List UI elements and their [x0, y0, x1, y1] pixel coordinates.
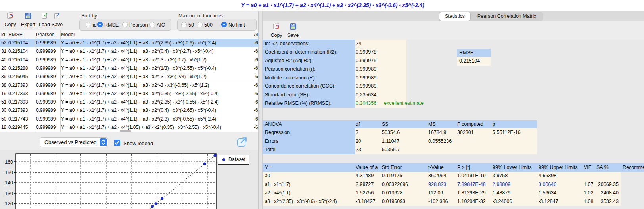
tab-pearson-correlation-matrix[interactable]: Pearson Correlation Matrix [471, 12, 542, 21]
stat-label: Coefficient of determination (R2): [265, 48, 337, 56]
column-separator [35, 30, 35, 132]
cell-id: 18 [1, 123, 7, 132]
dataset-point-icon [222, 158, 225, 161]
cell-pearson: 0.999989 [36, 73, 60, 81]
radio-sort-by-rmse[interactable] [97, 22, 103, 27]
anova-cell: 20 [356, 137, 361, 146]
anova-cell: 50355.7 [382, 146, 400, 154]
cell-model: Y = a0 + a1 · x1^(1.7) + a2 · x4^(1.05) … [61, 123, 253, 132]
stat-value: 0.999989 [356, 82, 376, 90]
svg-text:140: 140 [5, 180, 13, 186]
coefficient-cell: 36.2064 [428, 172, 446, 180]
model-row[interactable]: 190.2173930.999989Y = a0 + a1 · x1^(1.7)… [0, 90, 258, 98]
radio-max-functions-500[interactable] [197, 22, 203, 27]
column-header-rmse[interactable]: RMSE [8, 30, 35, 39]
coefficient-cell-sa: 3532.43 [593, 197, 619, 206]
column-header-pearson[interactable]: Pearson [36, 30, 60, 39]
cell-model: Y = a0 + a1 · x1^(1.7) + a2 · x4^(1.1) +… [61, 90, 253, 98]
model-row[interactable]: 520.2151040.999989Y = a0 + a1 · x1^(1.7)… [0, 39, 258, 48]
panel-splitter[interactable] [258, 11, 263, 209]
model-row[interactable]: 300.2173930.999989Y = a0 + a1 · x1^(1.7)… [0, 106, 258, 115]
coefficient-cell: 2.99727 [356, 180, 374, 189]
stat-label: Standard error (SE): [265, 91, 310, 99]
cell-aic: -6 [254, 90, 258, 98]
stat-label: id: 52, observations: [265, 40, 309, 48]
stats-save-button[interactable]: Save [285, 23, 301, 38]
anova-cell: 3 [356, 128, 358, 137]
cell-aic: -6 [254, 64, 258, 73]
anova-column-header: ANOVA [265, 120, 282, 128]
model-row[interactable]: 390.2160450.999989Y = a0 + a1 · x1^(1.7)… [0, 73, 258, 81]
cell-pearson: 0.999989 [36, 90, 60, 98]
cell-model: Y = a0 + a1 · x1^(1.7) + a2 · x4^(1.1) +… [61, 39, 253, 47]
model-row[interactable]: 510.2173930.999989Y = a0 + a1 · x1^(1.7)… [0, 98, 258, 107]
cell-aic: -6 [254, 56, 258, 64]
radio-max-functions-no-limit[interactable] [221, 22, 227, 27]
cell-model: Y = a0 + a1 · x1^(1.7) + a2 · x4^(1.1) +… [61, 64, 253, 73]
stat-value: 0.999978 [356, 48, 376, 56]
cell-aic: -6 [254, 106, 258, 115]
model-row[interactable]: 380.2173930.999989Y = a0 + a1 · x1^(1.7)… [0, 81, 258, 90]
save-models-button[interactable]: Save [48, 12, 67, 27]
coefficients-column-header: 99% Lower Limits [493, 163, 532, 172]
column-header-id[interactable]: id [1, 30, 7, 39]
model-row[interactable]: 500.2177430.999989Y = a0 + a1 · x1^(1.7)… [0, 115, 258, 124]
coefficient-cell: 928.823 [428, 180, 446, 189]
anova-column-header: df [356, 120, 360, 128]
coefficient-cell: 0.0196093 [382, 197, 405, 206]
cell-aic: -6 [254, 115, 258, 123]
cell-aic: -6 [254, 47, 258, 56]
coefficient-cell: a0 [265, 172, 270, 180]
cell-model: Y = a0 + a1 · x1^(1.7) + a2 · x4^(1.1) +… [61, 56, 253, 64]
coefficients-column-header: SA % [596, 163, 609, 172]
stat-value: 0.999975 [356, 57, 376, 65]
cell-pearson: 0.999989 [36, 64, 60, 73]
coefficient-cell: 1.10204E-32 [457, 197, 486, 206]
svg-text:150: 150 [5, 170, 13, 175]
radio-sort-by-pearson[interactable] [122, 22, 128, 27]
coefficients-column-header: Y = [265, 163, 272, 172]
model-row[interactable]: 310.2151040.999989Y = a0 + a1 · x1^(1.7)… [0, 47, 258, 56]
cell-aic: -6 [254, 98, 258, 106]
cell-rmse: 0.217393 [8, 90, 35, 98]
radio-sort-by-id[interactable] [86, 22, 91, 27]
show-legend-label: Show legend [123, 140, 153, 146]
anova-cell: 0.0555236 [428, 137, 452, 146]
cell-pearson: 0.999989 [36, 47, 60, 56]
copy-icon [1, 12, 20, 21]
save-models-button-label: Save [48, 22, 67, 27]
column-header-model[interactable]: Model [61, 30, 253, 39]
cell-pearson: 0.999989 [36, 81, 60, 90]
cell-aic: -6 [254, 81, 258, 90]
coefficients-column-header: VIF [584, 163, 591, 172]
plot-view-select[interactable]: Observed vs Predicted [40, 137, 108, 147]
coefficients-column-header: Recommended [623, 163, 644, 172]
coefficient-cell: -3.24006 [493, 197, 512, 206]
stat-label: Pearson correlation (r): [265, 65, 316, 73]
cell-pearson: 0.999989 [36, 106, 60, 115]
svg-text:120: 120 [5, 201, 13, 207]
coefficient-cell: 1.04191E-19 [457, 172, 486, 180]
stats-copy-button[interactable]: Copy [268, 23, 284, 38]
model-row[interactable]: 200.2152880.999989Y = a0 + a1 · x1^(1.7)… [0, 64, 258, 73]
copy-models-button[interactable]: Copy [1, 12, 20, 27]
cell-id: 19 [1, 90, 7, 98]
cell-rmse: 0.215288 [8, 64, 35, 73]
expand-plot-button[interactable] [236, 136, 248, 148]
coefficient-cell: a1 · x1^(1.7) [265, 180, 290, 189]
stat-label: Concordance correlation (CCC): [265, 82, 336, 90]
coefficients-column-header: Value of a [356, 163, 378, 172]
column-header-aic[interactable]: AIC [254, 30, 258, 39]
coefficient-cell: 1.81293E-29 [457, 189, 486, 197]
legend-label: Dataset [228, 157, 245, 162]
anova-column-header: p [493, 120, 495, 128]
copy-icon [268, 23, 284, 32]
radio-max-functions-50[interactable] [181, 22, 187, 27]
anova-cell: Total [265, 146, 275, 154]
tab-statistics[interactable]: Statistics [439, 12, 470, 21]
radio-sort-by-aic[interactable] [150, 22, 155, 27]
anova-cell: Errors [265, 137, 278, 146]
coefficient-cell: 3.9758 [493, 172, 508, 180]
model-row[interactable]: 400.2151040.999989Y = a0 + a1 · x1^(1.7)… [0, 56, 258, 65]
show-legend-checkbox[interactable] [114, 140, 120, 146]
